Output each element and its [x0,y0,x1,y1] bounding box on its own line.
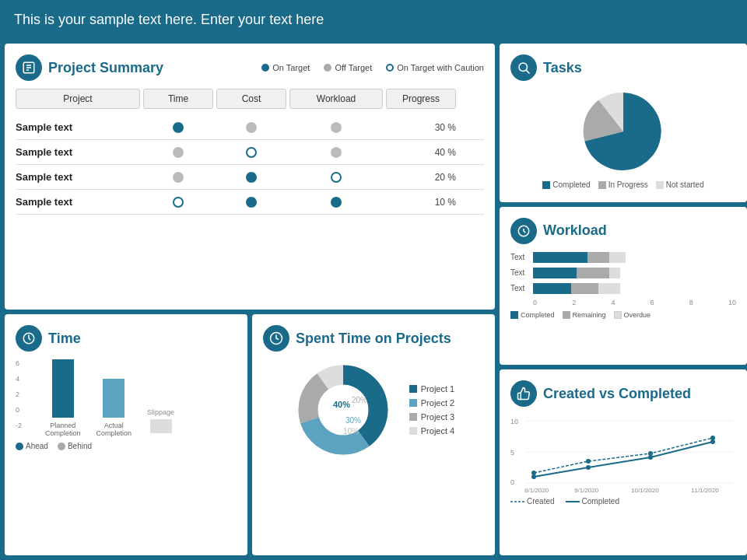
p1-label: Project 1 [421,384,454,394]
dot-gray [246,122,257,133]
svg-text:8/1/2020: 8/1/2020 [524,487,549,492]
dot-filled [246,172,257,183]
dot-gray [173,147,184,158]
p4-box [409,427,417,435]
created-vs-completed-card: Created vs Completed 10 5 0 [500,369,747,555]
legend-on-target-label: On Target [272,63,310,72]
spent-time-title: Spent Time on Projects [296,331,451,347]
wl-completed-box [510,311,518,319]
legend-behind: Behind [58,442,92,450]
time-legend: Ahead Behind [16,442,237,450]
wl-overdue-box [614,311,622,319]
workload-bar-chart: Text Text [510,252,736,319]
tasks-header: Tasks [510,54,736,81]
dot-outline [246,147,257,158]
col-workload[interactable]: Workload [289,89,383,109]
tasks-icon [510,54,537,81]
legend-ahead-dot [16,443,23,450]
row4-cost [216,197,286,208]
donut-svg: 40% 30% 20% 10% [293,359,394,460]
p2-label: Project 2 [421,398,454,408]
bar-completed-2 [533,268,577,278]
workload-label-3: Text [510,284,530,292]
p3-box [409,413,417,421]
legend-behind-dot [58,443,65,450]
row4-label: Sample text [16,196,140,208]
legend-ahead-label: Ahead [26,442,48,450]
workload-card: Workload Text Text [500,207,747,366]
time-card: Time 6 4 2 0 -2 PlannedCompletion [5,314,247,555]
time-title: Time [48,331,81,347]
pie-legend: Completed In Progress Not started [542,180,703,189]
bar-remaining-1 [587,252,609,263]
workload-row-1: Text [510,252,736,263]
workload-label-1: Text [510,253,530,261]
legend-caution: On Target with Caution [386,63,484,72]
workload-label-2: Text [510,268,530,277]
row1-progress: 30 % [386,122,456,133]
line-chart-container: 10 5 0 [510,415,736,506]
spent-time-card: Spent Time on Projects 40% 30% [252,314,495,555]
workload-header: Workload [510,218,736,244]
legend-on-target-dot [261,64,269,72]
p2-box [409,399,417,407]
completed-dot-4 [710,439,715,444]
donut-legend: Project 1 Project 2 Project 3 Project 4 [409,384,454,436]
svg-text:10%: 10% [343,427,359,436]
p3-label: Project 3 [421,412,454,422]
header-bar: This is your sample text here. Enter you… [0,0,747,39]
row1-time [143,122,213,133]
bar-actual-label: ActualCompletion [96,422,132,437]
created-header: Created vs Completed [510,380,736,407]
donut-legend-p4: Project 4 [409,426,454,436]
header-text: This is your sample text here. Enter you… [14,12,324,28]
completed-line [534,442,713,477]
bar-planned-label: PlannedCompletion [45,422,81,437]
col-project[interactable]: Project [16,89,140,109]
col-progress[interactable]: Progress [386,89,456,109]
pie-in-progress-label: In Progress [608,180,648,189]
donut-chart-container: 40% 30% 20% 10% Project 1 Project 2 [263,359,484,460]
pie-not-started-label: Not started [666,180,704,189]
dot-gray [331,122,342,133]
table-row: Sample text 10 % [16,190,484,215]
workload-bars-3 [533,283,620,294]
row3-progress: 20 % [386,172,456,183]
row1-label: Sample text [16,121,140,133]
created-title: Created vs Completed [543,386,691,402]
time-bar-chart: PlannedCompletion ActualCompletion Slipp… [37,359,237,437]
wl-completed-label: Completed [521,311,555,319]
completed-line-icon [566,499,580,505]
svg-text:5: 5 [510,449,514,457]
dot-gray [173,172,184,183]
project-summary-card: Project Summary On Target Off Target On … [5,44,495,310]
bar-remaining-2 [577,268,609,278]
wl-legend-overdue: Overdue [614,311,651,319]
line-chart-svg: 10 5 0 [510,415,736,492]
legend-caution-label: On Target with Caution [397,63,484,72]
row2-progress: 40 % [386,147,456,158]
spent-time-header: Spent Time on Projects [263,325,484,352]
table-row: Sample text 20 % [16,165,484,190]
col-cost[interactable]: Cost [216,89,286,109]
legend-off-target-label: Off Target [335,63,372,72]
table-row: Sample text 40 % [16,140,484,165]
dot-outline [173,197,184,208]
main-grid: Project Summary On Target Off Target On … [0,39,747,560]
legend-created-label: Created [527,497,555,506]
legend-completed-label: Completed [582,497,619,506]
workload-title: Workload [543,222,607,239]
col-time[interactable]: Time [143,89,213,109]
completed-dot-1 [531,474,536,479]
wl-legend-completed: Completed [510,311,555,319]
right-column: Tasks Completed [500,44,747,555]
bar-slippage-fill [150,419,172,433]
pie-container: Completed In Progress Not started [510,89,736,189]
legend-completed: Completed [566,497,619,506]
completed-dot-2 [586,465,591,470]
completed-dot-3 [648,455,653,460]
legend: On Target Off Target On Target with Caut… [261,63,484,72]
table-row: Sample text 30 % [16,115,484,140]
dot-filled [331,197,342,208]
wl-legend-remaining: Remaining [563,311,606,319]
